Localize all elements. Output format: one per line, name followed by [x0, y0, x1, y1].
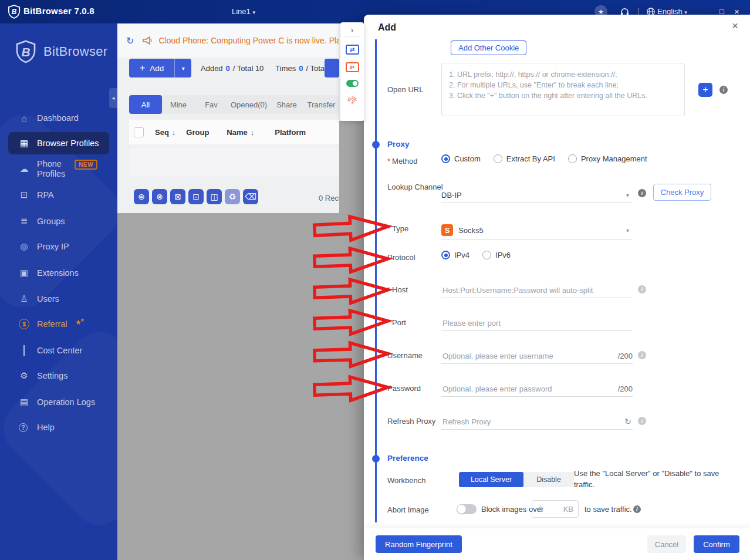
app-logo-icon: B — [8, 5, 21, 21]
sidebar-item-phone-profiles[interactable]: ☁ Phone Profiles NEW — [8, 154, 109, 184]
sidebar-item-users[interactable]: ♙ Users — [8, 288, 109, 310]
random-fingerprint-button[interactable]: Random Fingerprint — [376, 535, 462, 553]
add-profile-button[interactable]: +Add ▾ — [129, 59, 191, 77]
lookup-channel-label: Lookup Channel — [387, 182, 448, 192]
col-platform[interactable]: Platform — [275, 128, 306, 137]
username-input[interactable] — [441, 351, 616, 361]
radio-custom[interactable]: Custom — [441, 154, 481, 163]
radio-ipv6[interactable]: IPv6 — [482, 251, 511, 259]
confirm-button[interactable]: Confirm — [694, 535, 739, 553]
add-other-cookie-button[interactable]: Add Other Cookie — [451, 41, 526, 55]
svg-text:B: B — [12, 8, 17, 16]
quick-panel: › ⇄ IP — [340, 22, 364, 121]
tab-fav[interactable]: Fav — [195, 95, 228, 114]
info-icon[interactable]: i — [638, 189, 646, 197]
protocol-radio-group: IPv4 IPv6 — [441, 251, 511, 259]
socks-icon: S — [441, 224, 453, 236]
rpa-icon: ⊡ — [19, 190, 29, 200]
check-proxy-button[interactable]: Check Proxy — [653, 184, 711, 201]
info-icon[interactable]: i — [638, 351, 646, 359]
sidebar-item-extensions[interactable]: ▣ Extensions — [8, 262, 109, 284]
abort-image-suffix: to save traffic. i — [585, 505, 641, 514]
sidebar-item-operation-logs[interactable]: ▤ Operation Logs — [8, 391, 109, 413]
proxy-toggle-icon[interactable] — [346, 80, 359, 87]
tab-opened[interactable]: Opened(0) — [228, 95, 270, 114]
col-name[interactable]: Name — [227, 128, 247, 137]
proxy-type-select[interactable]: S Socks5 ▾ — [441, 221, 633, 239]
sidebar-collapse-handle[interactable]: ◂ — [109, 88, 117, 108]
close-window-icon[interactable]: ⊠ — [170, 189, 185, 204]
sidebar-item-cost-center[interactable]: Cost Center — [8, 339, 109, 362]
modal-overlay — [117, 213, 364, 560]
help-icon: ? — [19, 423, 29, 432]
sidebar-item-rpa[interactable]: ⊡ RPA — [8, 184, 109, 206]
dashboard-icon: ⌂ — [19, 113, 29, 123]
add-url-button[interactable]: + — [698, 83, 712, 97]
sort-desc-icon[interactable]: ↓ — [172, 128, 176, 137]
rpa-robot-icon[interactable]: ⊡ — [188, 189, 204, 204]
tab-transfer[interactable]: Transfer — [303, 95, 339, 114]
lookup-channel-select[interactable]: DB-IP ▾ — [441, 187, 633, 203]
radio-proxy-management[interactable]: Proxy Management — [568, 154, 647, 163]
open-url-input[interactable] — [441, 63, 685, 116]
megaphone-icon — [142, 35, 153, 46]
ip-lookup-icon[interactable]: IP — [346, 62, 359, 72]
info-icon[interactable]: i — [638, 285, 646, 294]
sidebar-item-help[interactable]: ? Help — [8, 416, 109, 438]
sidebar-item-referral[interactable]: $ Referral ★★ — [8, 313, 109, 335]
image-size-input[interactable] — [537, 504, 557, 514]
delete-icon[interactable]: ⌫ — [243, 189, 258, 204]
add-dropdown-caret[interactable]: ▾ — [174, 59, 191, 77]
info-icon[interactable]: i — [638, 417, 646, 425]
sidebar-item-settings[interactable]: ⚙ Settings — [8, 365, 109, 387]
abort-image-toggle[interactable] — [457, 504, 477, 514]
section-dot-preference — [372, 455, 380, 463]
close-circle-icon[interactable]: ⊗ — [152, 189, 167, 204]
password-input[interactable] — [441, 384, 616, 394]
modal-overlay — [339, 121, 364, 213]
refresh-proxy-input[interactable] — [441, 417, 624, 427]
sidebar-logo: B BitBrowser — [15, 40, 107, 63]
sidebar-item-proxy-ip[interactable]: ◎ Proxy IP — [8, 235, 109, 258]
tab-share[interactable]: Share — [270, 95, 303, 114]
expand-chevron-icon[interactable]: › — [351, 22, 354, 36]
refresh-icon[interactable]: ↻ — [126, 35, 134, 46]
col-seq[interactable]: Seq — [155, 128, 169, 137]
tab-all[interactable]: All — [129, 95, 162, 114]
radio-ipv4[interactable]: IPv4 — [441, 251, 469, 259]
refresh-icon[interactable]: ↻ — [624, 417, 631, 426]
dialog-footer: Random Fingerprint Cancel Confirm — [364, 528, 750, 560]
workbench-disable[interactable]: Disable — [523, 472, 574, 487]
sidebar-item-browser-profiles[interactable]: ▦ Browser Profiles — [8, 132, 109, 154]
info-icon[interactable]: i — [633, 505, 641, 513]
sidebar-item-groups[interactable]: ≣ Groups — [8, 210, 109, 232]
workbench-local-server[interactable]: Local Server — [459, 472, 523, 487]
sort-desc-icon[interactable]: ↓ — [251, 128, 255, 137]
radio-extract-by-api[interactable]: Extract By API — [494, 154, 555, 163]
col-group[interactable]: Group — [186, 128, 209, 137]
browser-globe-icon[interactable]: ⊛ — [134, 189, 149, 204]
port-input[interactable] — [441, 318, 633, 328]
username-field: /200 — [441, 348, 633, 364]
table-header: Seq ↓ Group Name ↓ Platform — [129, 120, 339, 145]
port-field — [441, 315, 633, 331]
line-selector[interactable]: Line1 ▾ — [232, 7, 255, 16]
settings-icon: ⚙ — [19, 370, 29, 381]
sidebar-item-dashboard[interactable]: ⌂ Dashboard — [8, 107, 109, 129]
tab-mine[interactable]: Mine — [162, 95, 195, 114]
dialog-close-icon[interactable]: × — [732, 19, 738, 32]
fingerprint-icon[interactable] — [346, 95, 358, 106]
notice-text[interactable]: Cloud Phone: Computing Power C is now li… — [158, 36, 339, 45]
recycle-bin-icon[interactable]: ♻ — [225, 189, 240, 204]
type-label: *Type — [387, 224, 448, 234]
profile-sync-icon[interactable]: ⇄ — [346, 45, 359, 55]
hidden-button-fragment[interactable] — [325, 59, 339, 77]
char-counter: /200 — [618, 352, 633, 360]
window-arrange-icon[interactable]: ◫ — [207, 189, 222, 204]
cancel-button[interactable]: Cancel — [647, 535, 686, 553]
host-input[interactable] — [441, 285, 633, 295]
select-all-checkbox[interactable] — [134, 127, 144, 137]
caret-down-icon: ▾ — [182, 65, 185, 72]
browser-profiles-icon: ▦ — [19, 138, 29, 149]
info-icon[interactable]: i — [719, 86, 728, 94]
